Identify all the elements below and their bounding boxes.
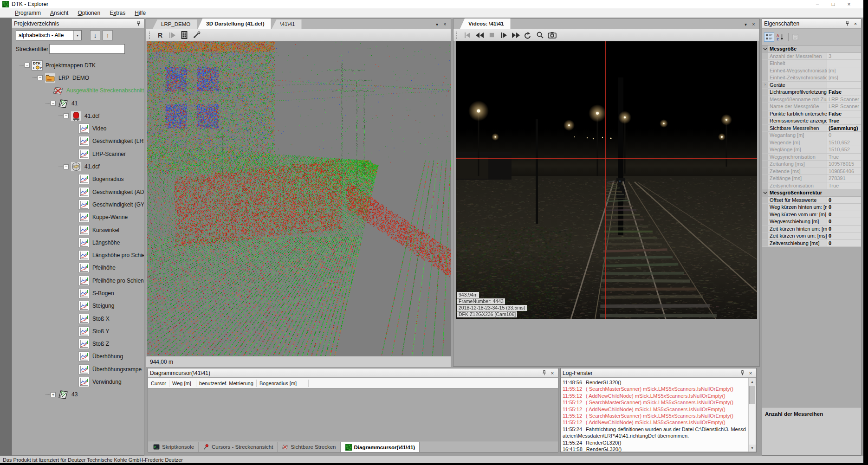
tree-item[interactable]: −41.dcf [12,160,144,173]
property-row[interactable]: Einheit-Zeitsynchronisation[ms] [762,74,861,82]
tab-menu-icon[interactable]: ▾ [742,21,749,28]
skip-start-button[interactable] [462,30,473,40]
tree-item[interactable]: Kuppe-Wanne [12,211,144,224]
property-row[interactable]: Offset für Messwerte0 [762,197,861,204]
property-row[interactable]: Zeit kürzen vom um: [ms]0 [762,232,861,240]
dock-tab[interactable]: Cursors - Streckenansicht [199,442,278,452]
tree-item[interactable]: Längshöhe [12,236,144,249]
reset-r-button[interactable]: R [155,30,166,40]
scroll-thumb[interactable] [749,386,755,404]
menu-item-hilfe[interactable]: Hilfe [130,8,150,18]
property-row[interactable]: Weganfang [m]0 [762,132,861,139]
property-category[interactable]: Messgrößenkorrektur [762,189,861,197]
tree-item[interactable]: Pfeilhöhe pro Schiene [12,274,144,287]
log-scrollbar[interactable]: ▲ ▼ [748,378,756,452]
property-row[interactable]: Wegende [m]1510,652 [762,139,861,147]
sort-combo[interactable]: alphabetisch - Alle ▼ [16,30,82,40]
property-value[interactable]: 109578015 [827,161,861,168]
property-value[interactable]: 0 [827,211,861,218]
tree-item[interactable]: Überhöhung [12,350,144,363]
tree-item[interactable]: S-Bogen [12,287,144,299]
property-row[interactable]: Zeitverschiebung [ms]0 [762,240,861,247]
property-value[interactable]: 0 [827,240,861,247]
property-value[interactable]: (Sammlung) [827,125,861,132]
property-row[interactable]: ZeitsynchronisationTrue [762,182,861,190]
tree-item[interactable]: +43 [12,388,144,401]
tree-item[interactable]: Ausgewählte Streckenabschnitte [12,84,144,97]
property-pages-button[interactable] [790,32,801,42]
menu-item-ansicht[interactable]: Ansicht [45,8,73,18]
pin-icon[interactable] [843,20,851,27]
tree-item[interactable]: Längshöhe pro Schiene [12,249,144,261]
pin-icon[interactable] [738,369,746,376]
property-row[interactable]: Wegverschiebung [m]0 [762,218,861,226]
collapse-icon[interactable]: − [38,75,43,80]
property-row[interactable]: Messgrößenname mit ZusatzLRP-Scanner [762,96,861,103]
property-row[interactable]: Anzahl der Messreihen3 [762,53,861,60]
column-header[interactable]: Weg [m] [169,380,196,387]
close-icon[interactable]: × [549,369,556,376]
tree-item[interactable]: Steigung [12,300,144,312]
tree-item[interactable]: Stoß Z [12,338,144,350]
play-button[interactable] [498,30,509,40]
dock-tab[interactable]: Skriptkonsole [149,442,199,452]
loop-button[interactable] [522,30,533,40]
pointcloud-canvas[interactable] [147,41,451,356]
property-row[interactable]: Name der MessgrößeLRP-Scanner [762,103,861,110]
property-value[interactable]: 0 [827,232,861,239]
property-value[interactable]: True [827,117,861,124]
pin-icon[interactable] [135,20,142,27]
close-icon[interactable]: × [747,369,754,376]
property-value[interactable]: [ms] [827,74,861,81]
dock-tab[interactable]: Diagrammcursor(\41\41) [341,442,420,452]
close-icon[interactable]: × [852,20,859,27]
tree-item[interactable]: −41 [12,97,144,110]
expand-icon[interactable]: + [51,392,56,397]
maximize-button[interactable]: □ [825,0,841,8]
property-value[interactable]: True [827,154,861,161]
tree-item[interactable]: −41.dcf [12,110,144,122]
tree-item[interactable]: Geschwindigkeit (LRP) [12,135,144,148]
tree-item[interactable]: Geschwindigkeit (ADMA) [12,186,144,198]
tab-menu-icon[interactable]: ▾ [434,21,440,28]
zoom-button[interactable] [534,30,545,40]
property-value[interactable]: 0 [827,204,861,211]
property-value[interactable]: 278391 [827,175,861,182]
property-row[interactable]: Zeitlänge [ms]278391 [762,175,861,182]
video-tab[interactable]: Videos: \41\41 [460,19,511,29]
snapshot-button[interactable] [546,30,557,40]
tree-item[interactable]: Verwindung [12,375,144,388]
column-header[interactable]: Cursor [148,380,169,387]
tree-item[interactable]: Stoß Y [12,325,144,337]
close-tab-icon[interactable]: × [441,21,448,28]
film-button[interactable] [179,30,190,40]
scroll-down-icon[interactable]: ▼ [749,445,756,452]
rewind-button[interactable] [474,30,485,40]
property-row[interactable]: Einheit [762,60,861,67]
tree-item[interactable]: Video [12,122,144,135]
property-row[interactable]: WegsynchronisationTrue [762,154,861,161]
property-value[interactable]: 109856406 [827,168,861,175]
column-header[interactable]: Bogenradius [m] [257,380,309,387]
picker-button[interactable] [191,30,202,40]
collapse-icon[interactable]: − [64,113,69,118]
menu-item-extras[interactable]: Extras [105,8,130,18]
property-value[interactable]: 1510,652 [827,139,861,146]
sort-az-button[interactable]: AZ [775,32,785,42]
property-value[interactable]: 0 [827,226,861,232]
property-row[interactable]: Sichtbare Messreihen(Sammlung) [762,125,861,132]
property-value[interactable]: 0 [827,218,861,225]
tab-lrp-demo[interactable]: LRP_DEMO [153,19,197,29]
property-value[interactable]: 0 [827,197,861,204]
property-row[interactable]: Weg kürzen vom um: [m]0 [762,211,861,219]
menu-item-programm[interactable]: Programm [10,8,45,18]
tree-item[interactable]: Geschwindigkeit (GY) [12,198,144,211]
tree-item[interactable]: Stoß X [12,312,144,325]
tree-item[interactable]: Überhöhungsrampe [12,363,144,375]
property-value[interactable] [827,60,861,67]
tree-item[interactable]: Kurswinkel [12,224,144,236]
property-value[interactable]: [m] [827,67,861,74]
property-value[interactable]: False [827,89,861,96]
tree-item[interactable]: Bogenradius [12,173,144,186]
property-value[interactable]: 0 [827,132,861,139]
